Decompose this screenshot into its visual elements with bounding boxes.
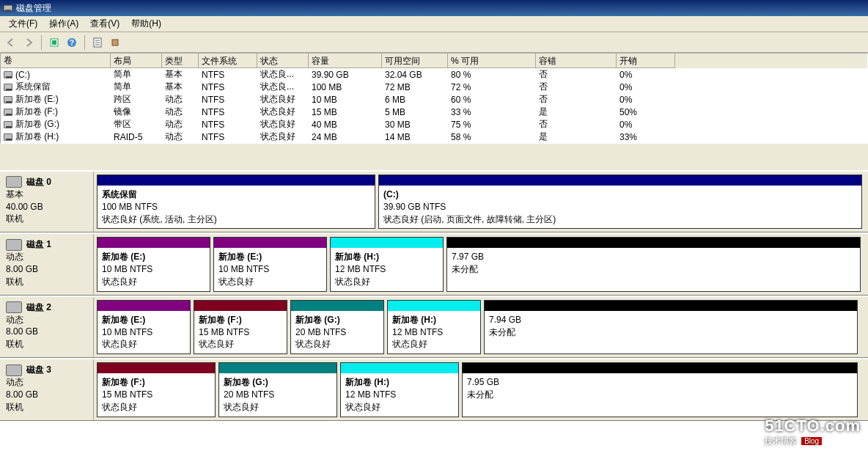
col-layout[interactable]: 布局: [111, 54, 162, 68]
partition[interactable]: 新加卷 (E:)10 MB NTFS状态良好: [97, 300, 191, 354]
drive-icon: [4, 96, 12, 103]
partition-status: 状态良好: [102, 276, 205, 288]
menu-bar: 文件(F) 操作(A) 查看(V) 帮助(H): [0, 16, 868, 32]
partition-status: 未分配: [452, 263, 856, 276]
disk-icon: [6, 301, 22, 313]
unallocated-space[interactable]: 7.94 GB未分配: [484, 300, 858, 354]
col-capacity[interactable]: 容量: [309, 54, 382, 68]
toolbar-separator: [41, 35, 42, 50]
partition-name: 新加卷 (G:): [224, 376, 332, 389]
disk-label: 磁盘 3: [26, 364, 51, 376]
disk-state: 联机: [6, 276, 87, 288]
partition[interactable]: 新加卷 (H:)12 MB NTFS状态良好: [340, 362, 459, 417]
volume-row[interactable]: 新加卷 (G:)带区动态NTFS状态良好40 MB30 MB75 %否0%: [1, 118, 867, 131]
partition-size: 15 MB NTFS: [102, 389, 210, 401]
unallocated-space[interactable]: 7.97 GB未分配: [446, 237, 861, 291]
volume-pct: 75 %: [448, 119, 536, 131]
settings-button[interactable]: [107, 34, 123, 51]
disk-info[interactable]: 磁盘 2动态8.00 GB联机: [0, 297, 94, 357]
volume-list[interactable]: 卷 布局 类型 文件系统 状态 容量 可用空间 % 可用 容错 开销 (C:)简…: [0, 53, 868, 144]
disk-size: 40.00 GB: [6, 201, 87, 213]
disk-size: 8.00 GB: [6, 389, 87, 401]
volume-pct: 80 %: [448, 69, 536, 81]
unallocated-space[interactable]: 7.95 GB未分配: [462, 362, 858, 417]
volume-overhead: 0%: [617, 81, 675, 93]
volume-free: 30 MB: [382, 119, 448, 131]
volume-overhead: 33%: [617, 131, 675, 143]
col-pct[interactable]: % 可用: [448, 54, 536, 68]
partition-status: 状态良好: [345, 401, 454, 414]
watermark: 51CTO.com 技术博客 Blog: [765, 417, 861, 421]
volume-row[interactable]: 新加卷 (F:)镜像动态NTFS状态良好15 MB5 MB33 %是50%: [1, 106, 867, 118]
drive-icon: [4, 84, 12, 91]
partition[interactable]: 新加卷 (H:)12 MB NTFS状态良好: [330, 237, 444, 291]
partition[interactable]: 新加卷 (G:)20 MB NTFS状态良好: [218, 362, 337, 417]
volume-name: 新加卷 (H:): [15, 131, 59, 143]
partition-header-bar: [98, 238, 210, 248]
volume-capacity: 40 MB: [309, 119, 382, 131]
col-fs[interactable]: 文件系统: [199, 54, 257, 68]
disk-info[interactable]: 磁盘 1动态8.00 GB联机: [0, 234, 94, 294]
volume-row[interactable]: 新加卷 (E:)跨区动态NTFS状态良好10 MB6 MB60 %否0%: [1, 93, 867, 106]
col-status[interactable]: 状态: [257, 54, 309, 68]
volume-overhead: 0%: [617, 119, 675, 131]
window-titlebar: 磁盘管理: [0, 0, 868, 16]
help-button[interactable]: ?: [64, 34, 80, 51]
partition-name: 新加卷 (E:): [218, 251, 322, 263]
partition-header-bar: [98, 363, 215, 373]
partition[interactable]: (C:)39.90 GB NTFS状态良好 (启动, 页面文件, 故障转储, 主…: [378, 175, 862, 229]
disk-map: 磁盘 0基本40.00 GB联机系统保留100 MB NTFS状态良好 (系统,…: [0, 170, 868, 421]
menu-view[interactable]: 查看(V): [84, 16, 125, 32]
volume-overhead: 0%: [617, 69, 675, 81]
volume-free: 32.04 GB: [382, 69, 448, 81]
nav-back-button: [3, 34, 19, 51]
partition-area: 新加卷 (E:)10 MB NTFS状态良好新加卷 (F:)15 MB NTFS…: [94, 297, 868, 357]
partition[interactable]: 新加卷 (F:)15 MB NTFS状态良好: [97, 362, 216, 417]
partition-size: 10 MB NTFS: [102, 326, 185, 339]
menu-help[interactable]: 帮助(H): [125, 16, 167, 32]
splitter[interactable]: [0, 144, 868, 170]
col-ft[interactable]: 容错: [536, 54, 617, 68]
partition[interactable]: 新加卷 (G:)20 MB NTFS状态良好: [290, 300, 384, 354]
properties-button[interactable]: [89, 34, 106, 51]
col-free[interactable]: 可用空间: [382, 54, 448, 68]
disk-row: 磁盘 1动态8.00 GB联机新加卷 (E:)10 MB NTFS状态良好新加卷…: [0, 232, 868, 295]
partition-header-bar: [219, 363, 336, 373]
refresh-button[interactable]: [46, 34, 62, 51]
menu-file[interactable]: 文件(F): [3, 16, 43, 32]
col-volume[interactable]: 卷: [1, 54, 111, 68]
partition-header-bar: [98, 175, 375, 186]
menu-action[interactable]: 操作(A): [43, 16, 84, 32]
col-overhead[interactable]: 开销: [617, 54, 675, 68]
partition-size: 100 MB NTFS: [102, 201, 370, 213]
svg-rect-3: [52, 40, 56, 45]
disk-info[interactable]: 磁盘 0基本40.00 GB联机: [0, 172, 94, 232]
disk-info[interactable]: 磁盘 3动态8.00 GB联机: [0, 359, 94, 419]
partition-status: 状态良好: [224, 401, 332, 414]
partition-name: 系统保留: [102, 188, 370, 201]
toolbar-separator: [84, 35, 85, 50]
partition-status: 状态良好: [102, 401, 210, 414]
partition-header-bar: [379, 175, 861, 186]
col-type[interactable]: 类型: [162, 54, 199, 68]
partition-status: 未分配: [489, 326, 853, 339]
disk-icon: [6, 176, 22, 188]
volume-name: 新加卷 (E:): [15, 93, 59, 106]
partition[interactable]: 新加卷 (F:)15 MB NTFS状态良好: [194, 300, 287, 354]
partition[interactable]: 新加卷 (E:)10 MB NTFS状态良好: [213, 237, 327, 291]
volume-row[interactable]: (C:)简单基本NTFS状态良...39.90 GB32.04 GB80 %否0…: [1, 68, 867, 81]
partition[interactable]: 系统保留100 MB NTFS状态良好 (系统, 活动, 主分区): [97, 175, 375, 229]
partition-header-bar: [214, 238, 326, 248]
disk-label: 磁盘 0: [26, 176, 51, 188]
partition[interactable]: 新加卷 (E:)10 MB NTFS状态良好: [97, 237, 210, 291]
partition-name: 新加卷 (E:): [102, 251, 205, 263]
volume-capacity: 39.90 GB: [309, 69, 382, 81]
disk-state: 联机: [6, 401, 87, 414]
partition-status: 状态良好: [295, 338, 379, 351]
volume-row[interactable]: 新加卷 (H:)RAID-5动态NTFS状态良好24 MB14 MB58 %是3…: [1, 131, 867, 143]
partition-header-bar: [463, 363, 857, 373]
drive-icon: [4, 71, 12, 78]
volume-fs: NTFS: [199, 69, 257, 81]
partition[interactable]: 新加卷 (H:)12 MB NTFS状态良好: [387, 300, 481, 354]
volume-row[interactable]: 系统保留简单基本NTFS状态良...100 MB72 MB72 %否0%: [1, 81, 867, 93]
